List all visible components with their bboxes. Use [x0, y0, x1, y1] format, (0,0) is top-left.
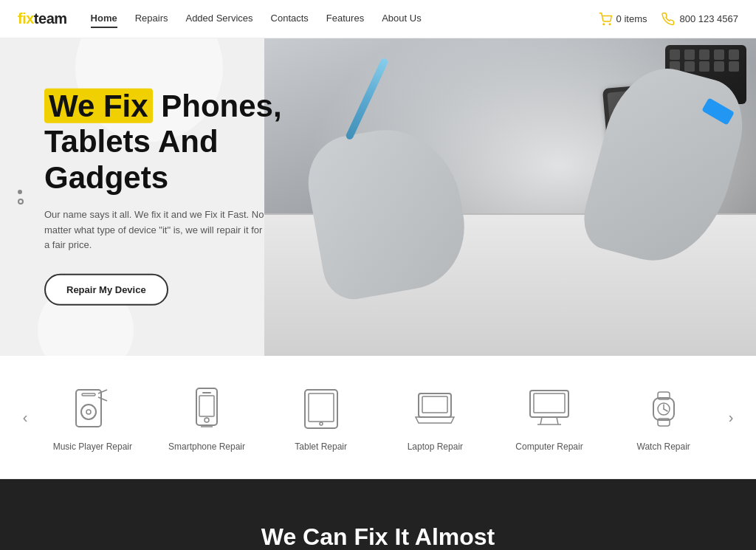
blue-band — [701, 97, 735, 125]
svg-line-7 — [98, 397, 107, 401]
dark-section-title: We Can Fix It Almost — [261, 516, 495, 550]
svg-point-3 — [81, 405, 96, 419]
nav-links: Home Repairs Added Services Contacts Fea… — [91, 10, 599, 28]
nav-features[interactable]: Features — [326, 10, 364, 28]
nav-repairs[interactable]: Repairs — [135, 10, 168, 28]
svg-line-28 — [664, 409, 667, 411]
nav-contacts[interactable]: Contacts — [271, 10, 309, 28]
hero-dot-1[interactable] — [18, 190, 22, 194]
tablet-icon — [299, 386, 343, 430]
hero-dot-2[interactable] — [18, 199, 24, 204]
hero-title-phones: Phones, — [153, 89, 282, 123]
service-item-computer[interactable]: Computer Repair — [492, 382, 607, 452]
svg-rect-14 — [309, 393, 334, 422]
service-label-tablet: Tablet Repair — [295, 441, 347, 452]
tablet-icon-wrap — [292, 382, 351, 434]
hero-background — [264, 38, 756, 356]
hero-subtitle: Our name says it all. We fix it and we F… — [44, 207, 266, 253]
hero-title-highlight: We Fix — [44, 89, 153, 123]
nav-home[interactable]: Home — [91, 10, 117, 28]
svg-rect-5 — [82, 393, 95, 396]
hero-title-line3: Gadgets — [44, 159, 168, 194]
svg-rect-17 — [422, 396, 447, 413]
nav-added-services[interactable]: Added Services — [185, 10, 252, 28]
services-inner: ‹ Music Player Repair — [0, 382, 756, 452]
phone-number: 800 123 4567 — [679, 13, 738, 24]
svg-point-1 — [609, 24, 611, 25]
hero-cta-button[interactable]: Repair My Device — [44, 274, 168, 306]
cart-icon — [599, 13, 612, 26]
services-strip: ‹ Music Player Repair — [0, 356, 756, 479]
hero-title: We Fix Phones, Tablets And Gadgets — [44, 89, 325, 196]
svg-point-0 — [603, 24, 605, 25]
carousel-next-button[interactable]: › — [721, 407, 741, 427]
hero-section: We Fix Phones, Tablets And Gadgets Our n… — [0, 38, 756, 356]
smartphone-icon — [185, 386, 229, 430]
music-player-icon — [70, 386, 114, 430]
carousel-prev-button[interactable]: ‹ — [15, 407, 35, 427]
watch-icon — [642, 386, 686, 430]
logo-fix: fix — [18, 10, 34, 27]
watch-icon-wrap — [634, 382, 693, 434]
services-list: Music Player Repair Smartphone Repair — [35, 382, 721, 452]
nav-right: 0 items 800 123 4567 — [599, 13, 738, 26]
service-label-watch: Watch Repair — [637, 441, 690, 452]
phone-icon — [662, 13, 675, 26]
computer-icon — [527, 386, 571, 430]
service-item-smartphone[interactable]: Smartphone Repair — [150, 382, 264, 452]
hero-content: We Fix Phones, Tablets And Gadgets Our n… — [44, 89, 325, 306]
music-player-icon-wrap — [63, 382, 122, 434]
service-item-laptop[interactable]: Laptop Repair — [378, 382, 492, 452]
laptop-icon — [413, 386, 457, 430]
svg-point-10 — [205, 418, 209, 422]
laptop-icon-wrap — [405, 382, 464, 434]
hero-dots — [18, 190, 24, 204]
computer-icon-wrap — [520, 382, 579, 434]
service-label-laptop: Laptop Repair — [408, 441, 463, 452]
service-item-tablet[interactable]: Tablet Repair — [264, 382, 378, 452]
dark-section: We Can Fix It Almost — [0, 479, 756, 550]
svg-point-15 — [320, 422, 323, 425]
smartphone-icon-wrap — [177, 382, 236, 434]
svg-rect-16 — [419, 393, 451, 417]
logo-team: team — [34, 10, 67, 27]
svg-line-21 — [557, 417, 558, 424]
navbar: fixteam Home Repairs Added Services Cont… — [0, 0, 756, 38]
service-label-music-player: Music Player Repair — [53, 441, 132, 452]
svg-point-4 — [86, 410, 91, 414]
svg-line-20 — [540, 417, 542, 424]
hero-title-line2: Tablets And — [44, 124, 219, 159]
cart-area[interactable]: 0 items — [599, 13, 647, 26]
service-label-smartphone: Smartphone Repair — [168, 441, 245, 452]
service-label-computer: Computer Repair — [515, 441, 583, 452]
cart-count: 0 items — [616, 13, 647, 24]
svg-rect-11 — [199, 396, 214, 416]
service-item-watch[interactable]: Watch Repair — [606, 382, 721, 452]
svg-rect-19 — [534, 393, 565, 413]
service-item-music-player[interactable]: Music Player Repair — [35, 382, 150, 452]
nav-about-us[interactable]: About Us — [382, 10, 421, 28]
phone-area[interactable]: 800 123 4567 — [662, 13, 738, 26]
logo[interactable]: fixteam — [18, 10, 67, 27]
